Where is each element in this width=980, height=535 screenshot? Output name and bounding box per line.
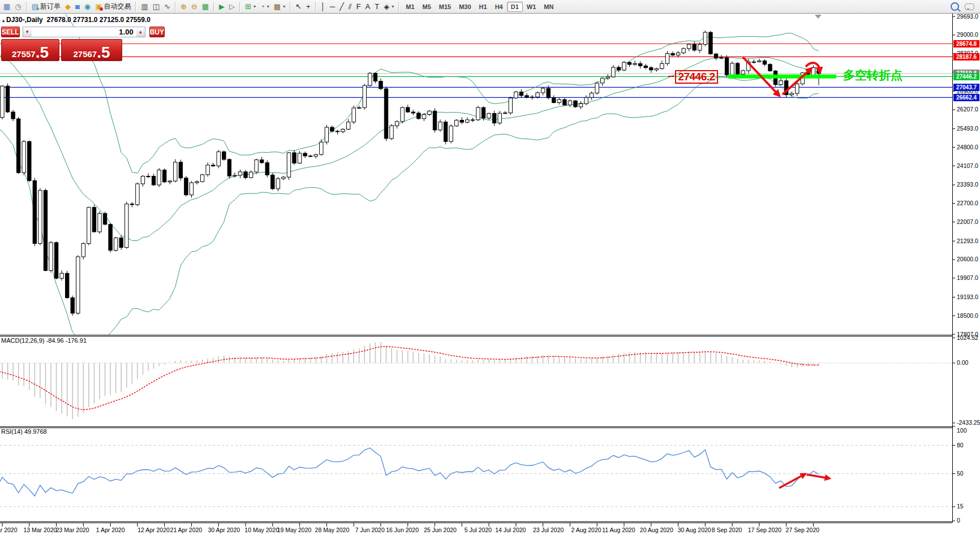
history-center-icon[interactable]: ◷	[12, 1, 23, 12]
text-label-icon: T	[375, 3, 379, 10]
chart-title: ▴DJ30-,Daily 27678.0 27731.0 27125.0 275…	[2, 16, 151, 24]
one-click-trade-panel: SELL ▼ ▲ BUY 27557.5 27567.5	[1, 27, 122, 61]
sell-price-tile[interactable]: 27557.5	[1, 39, 59, 61]
svg-text:20 Aug 2020: 20 Aug 2020	[640, 527, 673, 533]
level-line-dash	[668, 76, 674, 77]
periods-icon: ◔	[260, 3, 265, 10]
timeframe-M15[interactable]: M15	[435, 2, 455, 12]
timeframe-W1[interactable]: W1	[523, 2, 540, 12]
symbol-period-label: DJ30-,Daily	[6, 16, 43, 24]
volume-increase-button[interactable]: ▲	[136, 27, 145, 37]
bar-chart-icon[interactable]: ▥	[139, 1, 150, 12]
arrows-icon[interactable]: ◈▾	[381, 1, 396, 12]
svg-text:15: 15	[957, 503, 964, 510]
fibonacci-icon[interactable]: F	[354, 1, 363, 12]
price-level-label[interactable]: 27446.2	[675, 70, 718, 84]
crosshair-icon[interactable]: +	[304, 1, 313, 12]
macd-pane	[0, 342, 952, 420]
chart-window-icon: ▦	[3, 3, 10, 10]
volume-decrease-button[interactable]: ▼	[23, 27, 32, 37]
svg-text:5 Jul 2020: 5 Jul 2020	[465, 527, 492, 533]
timeframe-MN[interactable]: MN	[540, 2, 557, 12]
templates-icon[interactable]: ▩▾	[272, 1, 287, 12]
svg-text:16 Jun 2020: 16 Jun 2020	[386, 527, 419, 533]
svg-text:1024.52: 1024.52	[957, 334, 978, 341]
vertical-line-icon: │	[321, 3, 325, 10]
rsi-arrow	[807, 474, 829, 478]
indicators-icon[interactable]: ⊞▾	[243, 1, 258, 12]
dropdown-arrow-icon[interactable]: ▾	[283, 4, 285, 9]
zoom-in-icon[interactable]: ⊕	[178, 1, 189, 12]
new-order-button[interactable]: ▤+新订单	[29, 1, 63, 12]
svg-text:8 Sep 2020: 8 Sep 2020	[712, 527, 742, 533]
chart-canvas[interactable]: 29693.029000.028307.027614.026900.026207…	[0, 14, 980, 535]
trendline-icon[interactable]: ╱	[337, 1, 346, 12]
horizontal-line-icon[interactable]: ─	[328, 1, 337, 12]
timeframe-M5[interactable]: M5	[419, 2, 435, 12]
symbol-marker-icon: ▴	[2, 18, 5, 23]
sell-price-pip: .5	[36, 45, 49, 61]
community-icon[interactable]: ◙	[73, 1, 82, 12]
chart-shift-icon[interactable]: ▷	[227, 1, 237, 12]
auto-scroll-icon[interactable]: ▶	[217, 1, 227, 12]
svg-text:10 May 2020: 10 May 2020	[244, 527, 279, 533]
svg-text:29693.0: 29693.0	[957, 14, 978, 20]
timeframe-H4[interactable]: H4	[491, 2, 507, 12]
zoom-out-icon[interactable]: ⊖	[189, 1, 200, 12]
rsi-arrow	[779, 474, 805, 488]
periods-icon[interactable]: ◔▾	[258, 1, 272, 12]
pane-borders	[0, 14, 953, 523]
line-chart-icon[interactable]: ∿	[162, 1, 173, 12]
svg-text:13 Mar 2020: 13 Mar 2020	[23, 527, 57, 533]
sell-button[interactable]: SELL	[1, 27, 20, 37]
new-order-button: ▤+	[32, 3, 38, 10]
channel-icon: ⫽	[349, 3, 352, 10]
price-badge-27043.7: 27043.7	[953, 84, 979, 91]
timeframe-M1[interactable]: M1	[402, 2, 418, 12]
buy-price-main: 27567	[73, 50, 97, 58]
svg-text:30 Aug 2020: 30 Aug 2020	[678, 527, 711, 533]
search-icon[interactable]	[951, 2, 959, 11]
timeframe-D1[interactable]: D1	[507, 2, 523, 12]
svg-text:19907.0: 19907.0	[957, 274, 978, 281]
turning-point-annotation[interactable]: 多空转折点	[843, 67, 902, 83]
svg-text:21293.0: 21293.0	[957, 238, 978, 244]
new-order-button-label: 新订单	[40, 2, 61, 11]
buy-button[interactable]: BUY	[149, 27, 165, 37]
candlestick-chart-icon[interactable]: ◫	[151, 1, 162, 12]
chart-window-icon[interactable]: ▦	[1, 1, 12, 12]
ohlc-values: 27678.0 27731.0 27125.0 27559.0	[46, 16, 151, 24]
buy-price-tile[interactable]: 27567.5	[61, 39, 122, 61]
marketplace-icon[interactable]: ◆	[63, 1, 73, 12]
chart-shift-marker-icon[interactable]	[815, 15, 822, 19]
text-label-icon[interactable]: T	[372, 1, 381, 12]
timeframe-M30[interactable]: M30	[455, 2, 475, 12]
vertical-line-icon[interactable]: │	[319, 1, 328, 12]
price-badge-26662.4: 26662.4	[953, 94, 979, 101]
channel-icon[interactable]: ⫽	[346, 1, 354, 12]
buy-price-pip: .5	[97, 45, 110, 61]
arrows-icon: ◈	[384, 3, 389, 10]
svg-text:23 Mar 2020: 23 Mar 2020	[56, 527, 89, 533]
dropdown-arrow-icon[interactable]: ▾	[253, 4, 256, 9]
dropdown-arrow-icon[interactable]: ▾	[267, 4, 269, 9]
auto-trading-button[interactable]: ▣自动交易	[93, 1, 133, 12]
text-icon: A	[366, 3, 371, 10]
cursor-icon[interactable]: ↖	[293, 1, 304, 12]
volume-input[interactable]	[32, 27, 136, 37]
svg-text:24800.0: 24800.0	[957, 144, 978, 150]
candlestick-chart-icon: ◫	[153, 3, 160, 10]
timeframe-H1[interactable]: H1	[475, 2, 491, 12]
text-icon[interactable]: A	[363, 1, 373, 12]
chat-icon[interactable]	[965, 3, 974, 10]
chart-shift-icon: ▷	[229, 3, 235, 10]
dropdown-arrow-icon[interactable]: ▾	[392, 4, 394, 9]
tile-windows-icon[interactable]: ▦	[200, 1, 211, 12]
plus-badge-icon: +	[36, 6, 40, 12]
tile-windows-icon: ▦	[202, 3, 209, 10]
horizontal-line-icon: ─	[330, 3, 335, 10]
signals-icon[interactable]: ◉	[82, 1, 93, 12]
marketplace-icon: ◆	[65, 3, 71, 10]
svg-text:80: 80	[957, 442, 964, 448]
svg-text:100: 100	[957, 427, 967, 434]
